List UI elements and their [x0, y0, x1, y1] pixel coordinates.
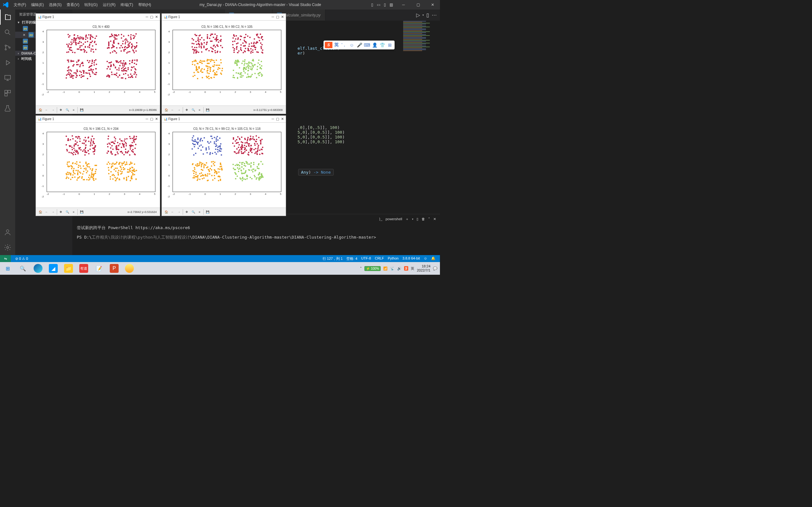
figure-window-2[interactable]: 📊 Figure 1─▢✕ C0, N = 196 C1, N = 99 C2,… — [161, 13, 286, 114]
menu-select[interactable]: 选择(S) — [46, 2, 64, 8]
ime-keyboard-icon[interactable]: ⌨ — [363, 42, 370, 49]
plot-area[interactable] — [172, 132, 281, 192]
window-minimize-icon[interactable]: ─ — [146, 15, 148, 19]
system-clock[interactable]: 18:24 2022/7/1 — [417, 264, 430, 273]
terminal-close-icon[interactable]: ✕ — [433, 217, 436, 221]
tray-ime-icon[interactable]: 英 — [411, 266, 414, 271]
activity-scm-icon[interactable] — [0, 40, 15, 55]
taskbar-search-icon[interactable]: 🔍 — [15, 262, 31, 275]
more-actions-icon[interactable]: ⋯ — [432, 12, 437, 18]
tray-volume-icon[interactable]: 🔊 — [397, 267, 402, 271]
taskbar-vscode-icon[interactable]: ◢ — [46, 262, 61, 275]
home-icon[interactable]: 🏠 — [163, 209, 169, 215]
back-icon[interactable]: ← — [169, 209, 176, 215]
window-minimize-icon[interactable]: ─ — [271, 117, 274, 121]
ime-skin-icon[interactable]: 👕 — [379, 42, 386, 49]
taskbar-youdao-icon[interactable]: 有道 — [76, 262, 91, 275]
save-icon[interactable]: 💾 — [204, 209, 211, 215]
menu-edit[interactable]: 编辑(E) — [29, 2, 46, 8]
pan-icon[interactable]: ✥ — [58, 209, 64, 215]
forward-icon[interactable]: → — [176, 107, 182, 113]
minimap[interactable] — [402, 20, 440, 147]
activity-remote-icon[interactable] — [0, 70, 15, 86]
run-dropdown-icon[interactable]: ▾ — [422, 14, 424, 16]
plot-area[interactable] — [172, 30, 281, 90]
ime-punctuation-icon[interactable]: '， — [341, 42, 348, 49]
activity-explorer-icon[interactable] — [0, 9, 15, 25]
zoom-icon[interactable]: 🔍 — [190, 209, 196, 215]
activity-debug-icon[interactable] — [0, 55, 15, 70]
terminal-shell-icon[interactable]: ⟩_ — [379, 217, 382, 221]
activity-search-icon[interactable] — [0, 25, 15, 40]
configure-icon[interactable]: ≡ — [196, 209, 203, 215]
window-maximize-icon[interactable]: ▢ — [276, 117, 279, 121]
minimize-button[interactable]: ─ — [396, 0, 411, 9]
status-problems[interactable]: ⊘ 0 ⚠ 0 — [13, 257, 30, 261]
figure-window-1[interactable]: 📊 Figure 1─▢✕ C0, N = 400 43210-1-2 -2-1… — [36, 13, 160, 114]
status-encoding[interactable]: UTF-8 — [359, 257, 373, 261]
taskbar-powerpoint-icon[interactable]: P — [107, 262, 122, 275]
terminal-maximize-icon[interactable]: ˄ — [428, 217, 430, 221]
terminal-new-icon[interactable]: ＋ — [405, 217, 409, 222]
layout-panel-right-icon[interactable]: ▯ — [382, 2, 387, 7]
configure-icon[interactable]: ≡ — [70, 107, 77, 113]
home-icon[interactable]: 🏠 — [37, 107, 44, 113]
ime-voice-icon[interactable]: 🎤 — [356, 42, 363, 49]
save-icon[interactable]: 💾 — [78, 209, 85, 215]
menu-go[interactable]: 转到(G) — [82, 2, 100, 8]
tray-chevron-icon[interactable]: ˄ — [360, 267, 362, 271]
taskbar-app-icon[interactable]: 📝 — [91, 262, 107, 275]
status-python-version[interactable]: 3.8.8 64-bit — [401, 257, 422, 261]
status-notifications-icon[interactable]: 🔔 — [429, 257, 438, 261]
run-button-icon[interactable]: ▷ — [416, 12, 420, 18]
pan-icon[interactable]: ✥ — [184, 209, 190, 215]
layout-panel-bottom-icon[interactable]: ▭ — [376, 2, 381, 7]
status-language[interactable]: Python — [386, 257, 400, 261]
zoom-icon[interactable]: 🔍 — [190, 107, 196, 113]
forward-icon[interactable]: → — [176, 209, 182, 215]
taskbar-explorer-icon[interactable]: 📁 — [61, 262, 76, 275]
pan-icon[interactable]: ✥ — [184, 107, 190, 113]
terminal-dropdown-icon[interactable]: ▾ — [412, 218, 413, 221]
back-icon[interactable]: ← — [169, 107, 176, 113]
window-minimize-icon[interactable]: ─ — [271, 15, 274, 19]
window-minimize-icon[interactable]: ─ — [146, 117, 148, 121]
tray-notifications-icon[interactable]: 💬 — [433, 267, 438, 271]
maximize-button[interactable]: ▢ — [411, 0, 425, 9]
close-icon[interactable]: × — [23, 32, 26, 38]
battery-indicator[interactable]: ⚡ 100% — [364, 266, 380, 271]
forward-icon[interactable]: → — [50, 209, 56, 215]
menu-file[interactable]: 文件(F) — [11, 2, 29, 8]
back-icon[interactable]: ← — [44, 209, 50, 215]
terminal-shell-name[interactable]: powershell — [386, 217, 402, 221]
zoom-icon[interactable]: 🔍 — [64, 209, 70, 215]
activity-extensions-icon[interactable] — [0, 86, 15, 101]
ime-emoji-icon[interactable]: ☺ — [348, 42, 355, 49]
status-cursor[interactable]: 行 127，列 1 — [321, 257, 345, 261]
taskbar-edge-icon[interactable] — [31, 262, 46, 275]
menu-run[interactable]: 运行(R) — [100, 2, 118, 8]
activity-settings-icon[interactable] — [0, 240, 15, 255]
save-icon[interactable]: 💾 — [78, 107, 85, 113]
status-feedback-icon[interactable]: ☺ — [422, 257, 429, 261]
remote-indicator-icon[interactable]: ⇋ — [0, 255, 11, 262]
tray-network-icon[interactable]: 📶 — [383, 267, 388, 271]
sogou-logo-icon[interactable]: S — [325, 42, 333, 48]
figure-window-4[interactable]: 📊 Figure 1─▢✕ C0, N = 78 C1, N = 99 C2, … — [161, 115, 286, 216]
window-maximize-icon[interactable]: ▢ — [150, 117, 153, 121]
save-icon[interactable]: 💾 — [204, 107, 211, 113]
pan-icon[interactable]: ✥ — [58, 107, 64, 113]
layout-custom-icon[interactable]: ▥ — [389, 2, 394, 7]
plot-area[interactable] — [47, 132, 155, 192]
tray-sogou-icon[interactable]: S — [404, 266, 408, 271]
taskbar-qq-icon[interactable] — [122, 262, 137, 275]
menu-view[interactable]: 查看(V) — [64, 2, 82, 8]
window-close-icon[interactable]: ✕ — [281, 117, 284, 121]
home-icon[interactable]: 🏠 — [163, 107, 169, 113]
activity-account-icon[interactable] — [0, 225, 15, 240]
figure-window-3[interactable]: 📊 Figure 1─▢✕ C0, N = 196 C1, N = 204 43… — [36, 115, 160, 216]
window-maximize-icon[interactable]: ▢ — [150, 15, 153, 19]
plot-area[interactable] — [47, 30, 155, 90]
close-button[interactable]: ✕ — [425, 0, 440, 9]
back-icon[interactable]: ← — [44, 107, 50, 113]
